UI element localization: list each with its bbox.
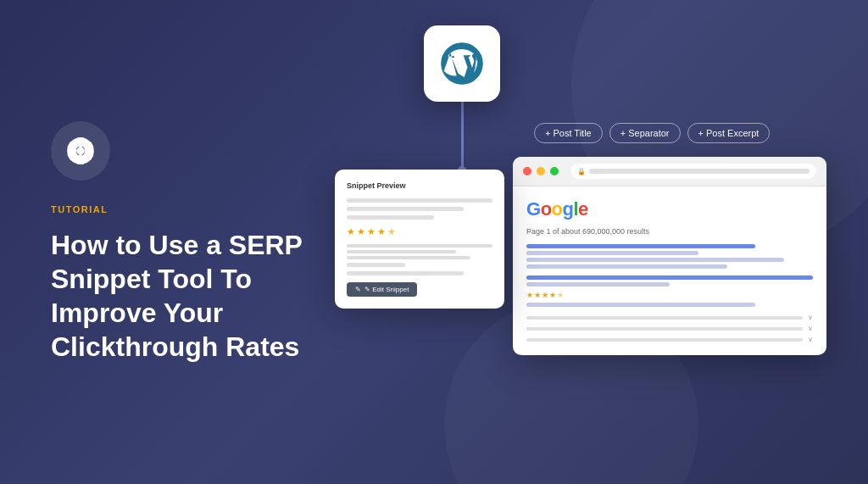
result-2-desc xyxy=(526,303,755,307)
result-1-desc-1 xyxy=(526,258,784,262)
edit-snippet-button[interactable]: ✎ ✎ Edit Snippet xyxy=(347,282,417,297)
post-excerpt-label: + Post Excerpt xyxy=(698,128,760,138)
serp-result-1 xyxy=(526,244,813,269)
plugin-icon xyxy=(51,121,110,181)
snippet-preview-card: Snippet Preview ★ ★ ★ ★ ★ ✎ ✎ Edit Snipp… xyxy=(335,170,504,309)
snippet-line-2 xyxy=(347,207,464,211)
google-logo: Google xyxy=(526,198,813,220)
chevron-item-2: ∨ xyxy=(526,325,813,332)
google-g4: g xyxy=(563,198,574,220)
chevron-group: ∨ ∨ ∨ xyxy=(526,314,813,343)
serp-star-1: ★ xyxy=(526,291,533,299)
serp-star-4: ★ xyxy=(549,291,556,299)
chevron-down-icon-1: ∨ xyxy=(808,314,813,321)
main-container: TUTORIAL How to Use a SERP Snippet Tool … xyxy=(0,0,868,484)
svg-point-0 xyxy=(76,147,85,155)
result-2-title xyxy=(526,275,813,280)
serp-body: Google Page 1 of about 690,000,000 resul… xyxy=(513,186,826,355)
google-g6: e xyxy=(578,198,588,220)
edit-snippet-label: ✎ Edit Snippet xyxy=(364,286,409,293)
post-title-label: + Post Title xyxy=(545,128,592,138)
post-title-tag[interactable]: + Post Title xyxy=(534,123,603,143)
chevron-line-3 xyxy=(526,338,803,342)
star-5: ★ xyxy=(387,226,396,237)
browser-bar: 🔒 xyxy=(513,157,826,186)
star-rating: ★ ★ ★ ★ ★ xyxy=(347,226,492,237)
tutorial-label: TUTORIAL xyxy=(51,204,322,214)
edit-icon: ✎ xyxy=(355,286,361,293)
scroll-lines xyxy=(347,244,492,259)
chevron-item-3: ∨ xyxy=(526,336,813,343)
chevron-down-icon-3: ∨ xyxy=(808,336,813,343)
snippet-card-title: Snippet Preview xyxy=(347,181,492,190)
chevron-down-icon-2: ∨ xyxy=(808,325,813,332)
scroll-line-1 xyxy=(347,244,492,248)
results-count: Page 1 of about 690,000,000 results xyxy=(526,227,813,236)
separator-label: + Separator xyxy=(620,128,670,138)
serp-star-2: ★ xyxy=(534,291,541,299)
star-1: ★ xyxy=(347,226,355,237)
result-1-lines xyxy=(526,244,813,269)
browser-address-bar: 🔒 xyxy=(570,164,816,179)
wordpress-logo xyxy=(437,39,487,88)
result-2-url xyxy=(526,282,670,287)
chevron-line-1 xyxy=(526,316,803,320)
star-2: ★ xyxy=(357,226,365,237)
separator-tag[interactable]: + Separator xyxy=(609,123,681,143)
gear-plugin-icon xyxy=(64,135,97,167)
serp-star-rating: ★ ★ ★ ★ ★ xyxy=(526,291,813,299)
chevron-line-2 xyxy=(526,327,803,331)
serp-card: 🔒 Google Page 1 of about 690,000,000 res… xyxy=(513,157,826,355)
google-g3: o xyxy=(552,198,563,220)
result-1-desc-2 xyxy=(526,264,727,269)
tags-row: + Post Title + Separator + Post Excerpt xyxy=(534,123,770,143)
snippet-line-bottom-1 xyxy=(347,263,405,267)
google-g2: o xyxy=(541,198,552,220)
browser-dot-yellow xyxy=(537,167,545,175)
lock-icon: 🔒 xyxy=(577,168,586,175)
scroll-line-3 xyxy=(347,256,470,259)
left-content: TUTORIAL How to Use a SERP Snippet Tool … xyxy=(0,121,322,364)
serp-star-5: ★ xyxy=(557,291,564,299)
right-content: + Post Title + Separator + Post Excerpt … xyxy=(322,0,868,484)
star-3: ★ xyxy=(367,226,376,237)
browser-dot-red xyxy=(523,167,531,175)
post-excerpt-tag[interactable]: + Post Excerpt xyxy=(687,123,771,143)
address-line xyxy=(589,169,810,174)
snippet-line-bottom-2 xyxy=(347,271,464,275)
scroll-line-2 xyxy=(347,250,456,253)
main-title: How to Use a SERP Snippet Tool To Improv… xyxy=(51,228,322,364)
browser-dot-green xyxy=(550,167,559,175)
result-1-title xyxy=(526,244,755,248)
result-1-url xyxy=(526,251,698,255)
snippet-line-1 xyxy=(347,198,492,203)
serp-result-2: ★ ★ ★ ★ ★ xyxy=(526,275,813,307)
star-4: ★ xyxy=(377,226,386,237)
chevron-item-1: ∨ xyxy=(526,314,813,321)
result-2-lines xyxy=(526,275,813,287)
snippet-line-3 xyxy=(347,215,434,220)
wordpress-card xyxy=(424,25,500,102)
serp-star-3: ★ xyxy=(542,291,548,299)
google-g1: G xyxy=(526,198,541,220)
connector-line xyxy=(461,102,464,170)
